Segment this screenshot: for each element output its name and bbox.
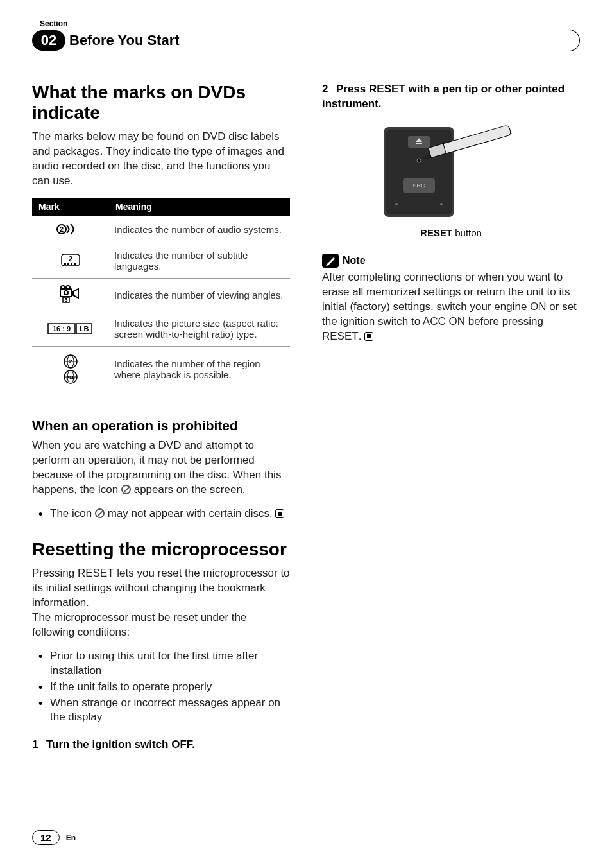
table-row: 16 : 9 LB Indicates the picture size (as… xyxy=(32,311,290,347)
note-label: Note xyxy=(343,255,366,266)
note-body: After completing connections or when you… xyxy=(322,270,580,344)
reset-illustration: SRC xyxy=(377,121,525,223)
intro-paragraph: The marks below may be found on DVD disc… xyxy=(32,130,290,189)
svg-text:2: 2 xyxy=(69,255,72,263)
chapter-number-pill: 02 xyxy=(32,30,65,51)
meaning-cell: Indicates the number of the region where… xyxy=(109,347,290,392)
step-2: 2Press RESET with a pen tip or other poi… xyxy=(322,82,580,112)
viewing-angles-icon: 3 xyxy=(32,279,109,311)
heading-dvd-marks: What the marks on DVDs indicate xyxy=(32,82,290,123)
chapter-title: Before You Start xyxy=(59,30,580,51)
svg-rect-7 xyxy=(74,263,76,265)
dvd-marks-table: Mark Meaning 2 xyxy=(32,198,290,392)
table-row: 2 ALL Indicates the number of the region… xyxy=(32,347,290,392)
note-heading: Note xyxy=(322,254,580,268)
svg-point-34 xyxy=(440,203,443,205)
th-meaning: Meaning xyxy=(109,198,290,216)
note-icon xyxy=(322,254,339,268)
meaning-cell: Indicates the number of subtitle languag… xyxy=(109,243,290,279)
audio-systems-icon: 2 xyxy=(32,216,109,243)
reset-conditions-list: Prior to using this unit for the first t… xyxy=(32,649,290,725)
end-mark-icon xyxy=(364,332,373,341)
list-item: When strange or incorrect messages appea… xyxy=(32,696,290,725)
svg-rect-8 xyxy=(60,289,72,297)
reset-paragraph-2: The microprocessor must be reset under t… xyxy=(32,611,290,640)
section-label: Section xyxy=(40,19,580,28)
meaning-cell: Indicates the number of viewing angles. xyxy=(109,279,290,311)
heading-reset: Resetting the microprocessor xyxy=(32,539,290,560)
th-mark: Mark xyxy=(32,198,109,216)
svg-point-33 xyxy=(395,203,398,205)
right-column: 2Press RESET with a pen tip or other poi… xyxy=(322,82,580,761)
prohibit-icon xyxy=(121,485,131,494)
meaning-cell: Indicates the picture size (aspect ratio… xyxy=(109,311,290,347)
left-column: What the marks on DVDs indicate The mark… xyxy=(32,82,290,761)
table-row: 3 Indicates the number of viewing angles… xyxy=(32,279,290,311)
svg-text:LB: LB xyxy=(80,325,89,333)
svg-point-11 xyxy=(66,286,70,290)
svg-text:SRC: SRC xyxy=(412,182,425,189)
svg-rect-5 xyxy=(67,263,69,265)
svg-point-30 xyxy=(417,159,421,162)
language-label: En xyxy=(66,833,76,842)
region-code-icon: 2 ALL xyxy=(32,347,109,392)
table-row: 2 Indicates the number of subtitle langu… xyxy=(32,243,290,279)
step-1: 1Turn the ignition switch OFF. xyxy=(32,738,290,752)
heading-prohibited: When an operation is prohibited xyxy=(32,418,290,433)
page-footer: 12 En xyxy=(32,830,76,845)
svg-point-9 xyxy=(64,291,68,295)
page-number: 12 xyxy=(32,830,60,845)
list-item: If the unit fails to operate properly xyxy=(32,680,290,695)
svg-rect-4 xyxy=(64,263,66,265)
svg-text:2: 2 xyxy=(60,225,64,233)
subtitle-languages-icon: 2 xyxy=(32,243,109,279)
svg-text:16 : 9: 16 : 9 xyxy=(53,325,71,333)
reset-paragraph-1: Pressing RESET lets you reset the microp… xyxy=(32,566,290,611)
prohibit-icon xyxy=(95,508,105,518)
aspect-ratio-icon: 16 : 9 LB xyxy=(32,311,109,347)
meaning-cell: Indicates the number of audio systems. xyxy=(109,216,290,243)
svg-point-10 xyxy=(61,286,65,290)
prohibited-paragraph: When you are watching a DVD and attempt … xyxy=(32,438,290,498)
list-item: The icon may not appear with certain dis… xyxy=(32,507,290,521)
svg-text:2: 2 xyxy=(69,358,72,365)
svg-text:ALL: ALL xyxy=(66,375,75,379)
svg-text:3: 3 xyxy=(64,297,67,303)
list-item: Prior to using this unit for the first t… xyxy=(32,649,290,679)
table-row: 2 Indicates the number of audio systems. xyxy=(32,216,290,243)
end-mark-icon xyxy=(275,509,284,518)
reset-caption: RESET button xyxy=(322,227,580,238)
chapter-header: 02 Before You Start xyxy=(32,30,580,51)
svg-rect-6 xyxy=(71,263,72,265)
